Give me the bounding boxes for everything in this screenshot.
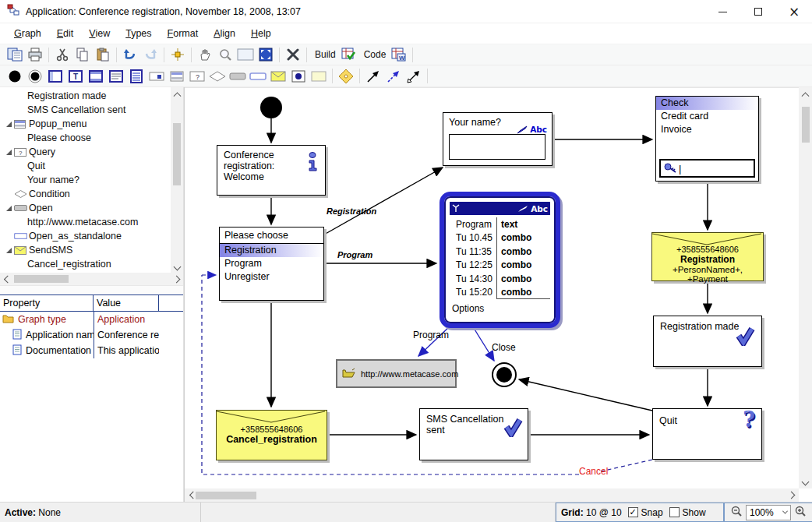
sms-cancellation-node[interactable]: SMS Cancellation sent (419, 408, 528, 460)
scroll-up-icon[interactable] (802, 92, 810, 100)
tree-item[interactable]: Your name? (0, 173, 171, 187)
menu-item-program[interactable]: Program (220, 257, 323, 270)
scroll-right-icon[interactable] (788, 492, 796, 499)
paste-icon[interactable] (93, 46, 113, 64)
menu-item-registration[interactable]: Registration (220, 244, 323, 257)
cut-icon[interactable] (52, 46, 72, 64)
add-point-icon[interactable] (168, 46, 188, 64)
popup-options[interactable]: Options (444, 303, 556, 314)
metacase-open-node[interactable]: http://www.metacase.com (336, 359, 457, 388)
transition-label-cancel[interactable]: Cancel (579, 466, 608, 477)
app-transition-arrow-icon[interactable] (383, 67, 404, 85)
button-icon[interactable] (147, 67, 167, 85)
fit-view-icon[interactable] (256, 46, 276, 64)
query-icon[interactable]: ? (187, 67, 207, 85)
header-display-icon[interactable] (86, 67, 106, 85)
password-input-field[interactable]: | (659, 159, 755, 178)
scrollbar-thumb[interactable] (196, 492, 256, 499)
menu-edit[interactable]: Edit (49, 25, 82, 42)
please-choose-menu-node[interactable]: Please choose Registration Program Unreg… (219, 227, 324, 301)
registration-sms-node[interactable]: +358555648606 Registration +PersonNamed+… (651, 232, 764, 281)
expander-icon[interactable] (6, 206, 12, 211)
connector-diamond-icon[interactable] (336, 67, 356, 85)
popup-row[interactable]: Programtext (450, 217, 550, 231)
cancel-sms-node[interactable]: +358555648606 Cancel_registration (216, 410, 327, 460)
print-icon[interactable] (25, 46, 45, 64)
menu-item-check[interactable]: Check (656, 97, 758, 110)
select-area-icon[interactable] (235, 46, 256, 64)
tree-item[interactable]: Cancel_registration (0, 257, 171, 271)
menu-align[interactable]: Align (206, 25, 243, 42)
welcome-display-node[interactable]: Conference registration: Welcome (217, 145, 326, 196)
copy-icon[interactable] (72, 46, 93, 64)
tree-item-open-standalone[interactable]: Open_as_standalone (0, 229, 171, 243)
delete-icon[interactable] (283, 46, 303, 64)
radio-display-icon[interactable] (288, 67, 309, 85)
diagram-canvas[interactable]: Conference registration: Welcome Please … (184, 87, 812, 502)
pan-hand-icon[interactable] (195, 46, 215, 64)
check-menu-node[interactable]: Check Credit card Invoice | (655, 96, 759, 182)
start-state-icon[interactable] (5, 67, 25, 85)
stop-state[interactable] (492, 362, 517, 387)
panel-splitter[interactable] (0, 285, 183, 295)
transition-arrow-icon[interactable] (363, 67, 383, 85)
canvas-horizontal-scrollbar[interactable] (185, 488, 799, 502)
transition-label-close[interactable]: Close (492, 342, 516, 353)
sendsms-icon[interactable] (268, 67, 288, 85)
scroll-down-icon[interactable] (802, 478, 810, 486)
your-name-query-node[interactable]: Your name? Abc (443, 112, 553, 166)
minimize-button[interactable] (704, 0, 740, 23)
popup-menu-icon[interactable] (167, 67, 187, 85)
close-button[interactable]: × (776, 0, 812, 23)
scrollbar-thumb[interactable] (173, 123, 181, 185)
code-button[interactable]: W (389, 46, 409, 64)
tree-item[interactable]: Registration made (0, 89, 171, 103)
scrollbar-thumb[interactable] (802, 107, 810, 143)
tree-item-condition[interactable]: Condition (0, 187, 171, 201)
tree-item-query[interactable]: ?Query (0, 145, 171, 159)
tree-item[interactable]: Please choose (0, 131, 171, 145)
transition-label-program-small[interactable]: Program (413, 330, 449, 340)
query-input-field[interactable] (449, 134, 545, 160)
scroll-up-icon[interactable] (173, 92, 181, 100)
quit-query-node[interactable]: Quit ? (652, 408, 762, 460)
tree-item-open[interactable]: Open (0, 201, 171, 215)
scroll-left-icon[interactable] (4, 275, 12, 283)
popup-row[interactable]: Tu 12:25combo (450, 259, 550, 273)
popup-row[interactable]: Tu 11:35combo (450, 245, 550, 259)
menu-types[interactable]: Types (118, 25, 159, 42)
scrollbar-thumb[interactable] (14, 275, 69, 283)
start-state[interactable] (260, 97, 282, 118)
zoom-out-icon[interactable] (730, 505, 743, 520)
program-popup-node[interactable]: Abc Programtext Tu 10.45combo Tu 11:35co… (440, 192, 560, 328)
popup-row[interactable]: Tu 14:30combo (450, 272, 550, 286)
generalization-arrow-icon[interactable] (404, 67, 424, 85)
menu-view[interactable]: View (81, 25, 118, 42)
canvas-vertical-scrollbar[interactable] (799, 87, 812, 488)
text-display-icon[interactable]: T (65, 67, 86, 85)
popup-row[interactable]: Tu 15:20combo (450, 286, 550, 300)
redo-icon[interactable] (140, 46, 161, 64)
menu-item-invoice[interactable]: Invoice (656, 123, 758, 136)
tree-item-sendsms[interactable]: SendSMS (0, 243, 171, 257)
stop-state-icon[interactable] (25, 67, 45, 85)
expander-icon[interactable] (6, 122, 12, 127)
property-row-documentation[interactable]: Documentation This application (0, 343, 183, 358)
tree-item[interactable]: Quit (0, 159, 171, 173)
show-checkbox[interactable] (669, 507, 680, 517)
open-icon[interactable] (228, 67, 248, 85)
scroll-down-icon[interactable] (173, 263, 181, 270)
menu-graph[interactable]: Graph (6, 25, 49, 42)
popup-row[interactable]: Tu 10.45combo (450, 231, 550, 245)
zoom-level-select[interactable]: 100% (746, 505, 791, 520)
condition-icon[interactable] (207, 67, 228, 85)
transition-label-program[interactable]: Program (337, 250, 372, 259)
list-display-icon[interactable] (126, 67, 147, 85)
build-button[interactable] (339, 46, 359, 64)
scroll-right-icon[interactable] (173, 275, 181, 283)
maximize-button[interactable] (740, 0, 776, 23)
property-row-application-name[interactable]: Application name Conference registration (0, 327, 183, 343)
multiline-display-icon[interactable] (106, 67, 126, 85)
display-icon[interactable] (45, 67, 65, 85)
menu-help[interactable]: Help (243, 25, 279, 42)
